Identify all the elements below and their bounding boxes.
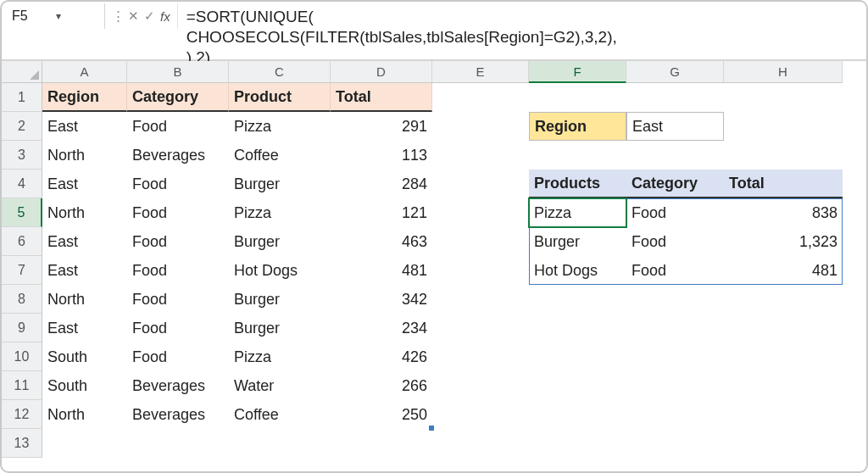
- formula-input[interactable]: =SORT(UNIQUE( CHOOSECOLS(FILTER(tblSales…: [178, 3, 866, 67]
- cell-C7[interactable]: Hot Dogs: [229, 256, 331, 285]
- cell-G4[interactable]: Category: [626, 170, 724, 198]
- row-header-1[interactable]: 1: [2, 83, 42, 112]
- cell-A2[interactable]: East: [42, 112, 127, 141]
- row-header-5[interactable]: 5: [2, 198, 42, 227]
- cell-H4[interactable]: Total: [724, 170, 843, 198]
- column-header-G[interactable]: G: [626, 61, 724, 83]
- cell-D5[interactable]: 121: [331, 198, 432, 227]
- cell-A7[interactable]: East: [42, 256, 127, 285]
- column-header-A[interactable]: A: [42, 61, 127, 83]
- cell-C2[interactable]: Pizza: [229, 112, 331, 141]
- cell-A9[interactable]: East: [42, 314, 127, 342]
- cell-H6[interactable]: 1,323: [724, 227, 843, 256]
- cell-B5[interactable]: Food: [127, 198, 229, 227]
- column-header-H[interactable]: H: [724, 61, 843, 83]
- cell-D1[interactable]: Total: [331, 83, 432, 112]
- cell-C10[interactable]: Pizza: [229, 342, 331, 371]
- cell-C5[interactable]: Pizza: [229, 198, 331, 227]
- cell-B3[interactable]: Beverages: [127, 141, 229, 170]
- column-headers: ABCDEFGH: [42, 61, 866, 83]
- cell-reference: F5: [12, 8, 56, 24]
- cell-D12[interactable]: 250: [331, 400, 432, 429]
- more-icon[interactable]: ⋮: [112, 8, 123, 24]
- cell-G6[interactable]: Food: [626, 227, 724, 256]
- column-header-C[interactable]: C: [229, 61, 331, 83]
- cell-A6[interactable]: East: [42, 227, 127, 256]
- cell-A8[interactable]: North: [42, 285, 127, 314]
- cell-F4[interactable]: Products: [529, 170, 626, 198]
- row-header-11[interactable]: 11: [2, 371, 42, 400]
- cell-H7[interactable]: 481: [724, 256, 843, 285]
- enter-icon[interactable]: [144, 8, 155, 24]
- cell-D9[interactable]: 234: [331, 314, 432, 342]
- column-header-E[interactable]: E: [432, 61, 529, 83]
- cell-B4[interactable]: Food: [127, 170, 229, 198]
- cell-D11[interactable]: 266: [331, 371, 432, 400]
- cells-area[interactable]: RegionCategoryProductTotalEastFoodPizza2…: [42, 83, 866, 471]
- formula-controls: ⋮ fx: [105, 3, 178, 29]
- cell-D8[interactable]: 342: [331, 285, 432, 314]
- select-all-corner[interactable]: [2, 61, 42, 83]
- row-header-4[interactable]: 4: [2, 170, 42, 198]
- cell-F7[interactable]: Hot Dogs: [529, 256, 626, 285]
- row-header-2[interactable]: 2: [2, 112, 42, 141]
- column-header-D[interactable]: D: [331, 61, 432, 83]
- column-header-F[interactable]: F: [529, 61, 626, 83]
- row-header-10[interactable]: 10: [2, 342, 42, 371]
- cell-C1[interactable]: Product: [229, 83, 331, 112]
- cell-D4[interactable]: 284: [331, 170, 432, 198]
- cell-A11[interactable]: South: [42, 371, 127, 400]
- cell-A12[interactable]: North: [42, 400, 127, 429]
- cell-A3[interactable]: North: [42, 141, 127, 170]
- cell-F2[interactable]: Region: [529, 112, 626, 141]
- cell-C4[interactable]: Burger: [229, 170, 331, 198]
- row-header-6[interactable]: 6: [2, 227, 42, 256]
- cell-C11[interactable]: Water: [229, 371, 331, 400]
- row-header-9[interactable]: 9: [2, 314, 42, 342]
- row-headers: 12345678910111213: [2, 83, 42, 471]
- cell-D2[interactable]: 291: [331, 112, 432, 141]
- cell-B10[interactable]: Food: [127, 342, 229, 371]
- name-box[interactable]: F5 ▾: [5, 3, 105, 29]
- cell-D6[interactable]: 463: [331, 227, 432, 256]
- spreadsheet-grid[interactable]: ABCDEFGH 12345678910111213 RegionCategor…: [2, 61, 866, 471]
- cell-A10[interactable]: South: [42, 342, 127, 371]
- row-header-12[interactable]: 12: [2, 400, 42, 429]
- cancel-icon[interactable]: [128, 8, 139, 24]
- fx-icon[interactable]: fx: [160, 9, 170, 24]
- column-header-B[interactable]: B: [127, 61, 229, 83]
- cell-A5[interactable]: North: [42, 198, 127, 227]
- cell-A1[interactable]: Region: [42, 83, 127, 112]
- cell-B7[interactable]: Food: [127, 256, 229, 285]
- cell-B1[interactable]: Category: [127, 83, 229, 112]
- cell-B12[interactable]: Beverages: [127, 400, 229, 429]
- cell-C3[interactable]: Coffee: [229, 141, 331, 170]
- chevron-down-icon[interactable]: ▾: [56, 10, 100, 22]
- excel-window: F5 ▾ ⋮ fx =SORT(UNIQUE( CHOOSECOLS(FILTE…: [0, 0, 868, 473]
- row-header-3[interactable]: 3: [2, 141, 42, 170]
- cell-B2[interactable]: Food: [127, 112, 229, 141]
- cell-G5[interactable]: Food: [626, 198, 724, 227]
- formula-bar: F5 ▾ ⋮ fx =SORT(UNIQUE( CHOOSECOLS(FILTE…: [2, 2, 866, 61]
- cell-B11[interactable]: Beverages: [127, 371, 229, 400]
- cell-D7[interactable]: 481: [331, 256, 432, 285]
- cell-H5[interactable]: 838: [724, 198, 843, 227]
- cell-A4[interactable]: East: [42, 170, 127, 198]
- row-header-13[interactable]: 13: [2, 429, 42, 458]
- cell-C6[interactable]: Burger: [229, 227, 331, 256]
- cell-C9[interactable]: Burger: [229, 314, 331, 342]
- cell-B9[interactable]: Food: [127, 314, 229, 342]
- cell-F6[interactable]: Burger: [529, 227, 626, 256]
- cell-G2[interactable]: East: [626, 112, 724, 141]
- cell-F5[interactable]: Pizza: [529, 198, 626, 227]
- row-header-8[interactable]: 8: [2, 285, 42, 314]
- cell-C12[interactable]: Coffee: [229, 400, 331, 429]
- cell-B6[interactable]: Food: [127, 227, 229, 256]
- cell-D3[interactable]: 113: [331, 141, 432, 170]
- cell-D10[interactable]: 426: [331, 342, 432, 371]
- cell-B8[interactable]: Food: [127, 285, 229, 314]
- row-header-7[interactable]: 7: [2, 256, 42, 285]
- cell-C8[interactable]: Burger: [229, 285, 331, 314]
- cell-G7[interactable]: Food: [626, 256, 724, 285]
